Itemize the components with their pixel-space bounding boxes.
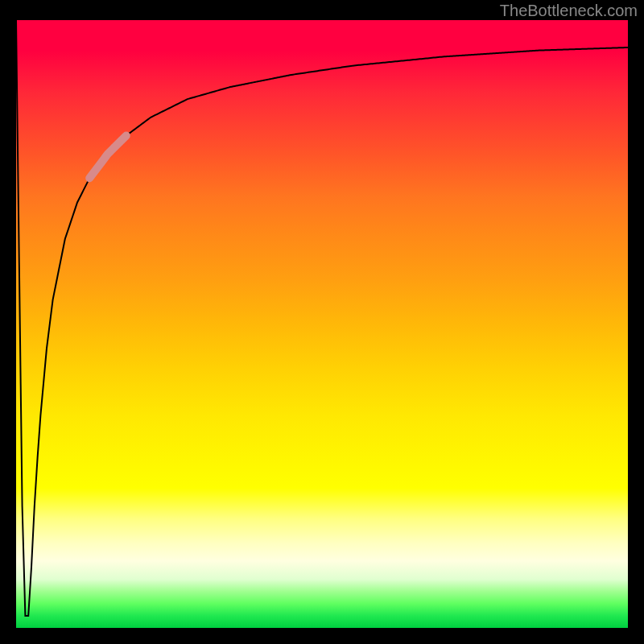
bottleneck-curve-line bbox=[16, 20, 628, 616]
curve-svg bbox=[16, 20, 628, 628]
highlight-segment bbox=[89, 135, 126, 178]
watermark-text: TheBottleneck.com bbox=[500, 2, 638, 20]
chart-plot-area bbox=[16, 20, 628, 628]
